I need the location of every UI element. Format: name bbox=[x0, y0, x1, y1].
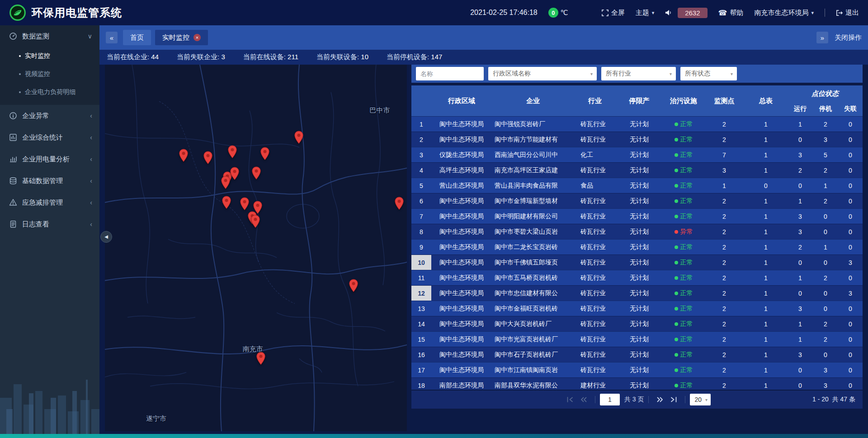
table-row[interactable]: 1阆中生态环境局阆中强锐页岩砖厂砖瓦行业无计划正常21120 bbox=[411, 116, 863, 132]
cell-industry: 砖瓦行业 bbox=[574, 132, 616, 147]
map-pin-icon[interactable] bbox=[203, 151, 213, 165]
map-pin-icon[interactable] bbox=[256, 352, 266, 365]
map-pin-icon[interactable] bbox=[240, 197, 250, 211]
close-icon[interactable]: × bbox=[193, 34, 201, 41]
status-dot-icon bbox=[675, 169, 678, 172]
map-collapse-button[interactable]: ◀ bbox=[100, 231, 112, 243]
cell-lost: 0 bbox=[838, 378, 863, 390]
table-row[interactable]: 2阆中生态环境局阆中市南方节能建材有砖瓦行业无计划正常21030 bbox=[411, 132, 863, 147]
sidebar-menu: 数据监测∨实时监控视频监控企业电力负荷明细企业异常‹企业综合统计‹企业用电量分析… bbox=[0, 25, 99, 235]
tab[interactable]: 首页 bbox=[123, 30, 151, 45]
table-row[interactable]: 7阆中生态环境局阆中明阳建材有限公司砖瓦行业无计划正常21300 bbox=[411, 208, 863, 224]
sidebar-item[interactable]: 企业电力负荷明细 bbox=[0, 83, 99, 101]
status-text: 正常 bbox=[680, 381, 693, 390]
cell-industry: 砖瓦行业 bbox=[574, 117, 616, 132]
map-pin-icon[interactable] bbox=[349, 279, 358, 292]
cell-industry: 砖瓦行业 bbox=[574, 316, 616, 331]
next-page-button[interactable] bbox=[656, 397, 664, 402]
table-row[interactable]: 3仪陇生态环境局西南油气田分公司川中化工无计划正常71350 bbox=[411, 147, 863, 162]
table-row[interactable]: 4高坪生态环境局南充市高坪区王家店建砖瓦行业无计划正常31220 bbox=[411, 162, 863, 178]
table-row[interactable]: 18南部生态环境局南部县双华水泥有限公建材行业无计划正常21030 bbox=[411, 377, 863, 390]
sidebar-section-header[interactable]: 应急减排管理‹ bbox=[0, 192, 99, 213]
last-page-button[interactable] bbox=[670, 397, 677, 402]
cell-meters: 1 bbox=[744, 255, 788, 270]
tabs-scroll-left-button[interactable]: « bbox=[106, 32, 118, 43]
status-text: 正常 bbox=[680, 136, 693, 144]
cell-points: 2 bbox=[704, 209, 744, 224]
map-pin-icon[interactable] bbox=[251, 215, 260, 228]
row-number: 16 bbox=[411, 347, 431, 362]
status-dot-icon bbox=[675, 261, 678, 264]
cell-facility: 正常 bbox=[663, 163, 704, 178]
map-panel[interactable]: 巴中市南充市遂宁市 bbox=[105, 65, 407, 431]
cell-lost: 0 bbox=[838, 301, 863, 316]
cell-lost: 0 bbox=[838, 240, 863, 254]
sidebar-section-header[interactable]: 数据监测∨ bbox=[0, 25, 99, 47]
map-pin-icon[interactable] bbox=[222, 196, 231, 209]
table-row[interactable]: 6阆中生态环境局阆中市金博瑞新型墙材砖瓦行业无计划正常21120 bbox=[411, 193, 863, 208]
page-number-input[interactable] bbox=[600, 394, 620, 405]
region-filter-value: 行政区域名称 bbox=[493, 70, 531, 78]
table-row[interactable]: 17阆中生态环境局阆中市江南镇阆南页岩砖瓦行业无计划正常21030 bbox=[411, 362, 863, 377]
table-row[interactable]: 8阆中生态环境局阆中市枣碧大梁山页岩砖瓦行业无计划异常21300 bbox=[411, 224, 863, 239]
notice-count-badge[interactable]: 2632 bbox=[678, 8, 707, 18]
cell-stop: 0 bbox=[813, 224, 838, 239]
fullscreen-button[interactable]: 全屏 bbox=[602, 9, 625, 17]
map-pin-icon[interactable] bbox=[230, 167, 240, 180]
table-row[interactable]: 12阆中生态环境局阆中市忠信建材有限公砖瓦行业无计划正常21003 bbox=[411, 285, 863, 301]
tabs-scroll-right-button[interactable]: » bbox=[816, 32, 828, 43]
stat-item: 当前停机设备: 147 bbox=[387, 53, 442, 61]
sidebar-section-header[interactable]: 企业用电量分析‹ bbox=[0, 148, 99, 170]
table-row[interactable]: 16阆中生态环境局阆中市石子页岩机砖厂砖瓦行业无计划正常21300 bbox=[411, 347, 863, 362]
sidebar-section-header[interactable]: 日志查看‹ bbox=[0, 213, 99, 235]
announcement-button[interactable] bbox=[665, 9, 672, 16]
theme-dropdown[interactable]: 主题 ▾ bbox=[636, 9, 655, 17]
database-icon bbox=[9, 177, 17, 185]
sidebar-item[interactable]: 实时监控 bbox=[0, 47, 99, 65]
tab[interactable]: 实时监控× bbox=[155, 30, 208, 45]
table-row[interactable]: 15阆中生态环境局阆中市光富页岩机砖厂砖瓦行业无计划正常21120 bbox=[411, 331, 863, 347]
map-pin-icon[interactable] bbox=[221, 176, 230, 189]
table-row[interactable]: 13阆中生态环境局阆中市金福旺页岩机砖砖瓦行业无计划正常21300 bbox=[411, 301, 863, 316]
close-operations-button[interactable]: 关闭操作 bbox=[835, 33, 862, 42]
sidebar-item[interactable]: 视频监控 bbox=[0, 65, 99, 83]
map-pin-icon[interactable] bbox=[251, 166, 261, 180]
status-filter-select[interactable]: 所有状态 ▾ bbox=[680, 67, 737, 80]
org-dropdown[interactable]: 南充市生态环境局 ▾ bbox=[754, 9, 814, 17]
sidebar-section-header[interactable]: 基础数据管理‹ bbox=[0, 170, 99, 192]
app-root: 环保用电监管系统 2021-02-25 17:46:18 0 ℃ 全屏 主题 ▾… bbox=[0, 0, 868, 438]
stat-value: 3 bbox=[221, 53, 225, 61]
sidebar-section-header[interactable]: 企业综合统计‹ bbox=[0, 127, 99, 148]
sidebar-section-header[interactable]: 企业异常‹ bbox=[0, 105, 99, 127]
sidebar-section-label: 日志查看 bbox=[22, 220, 90, 229]
map-pin-icon[interactable] bbox=[394, 197, 404, 210]
map-pin-icon[interactable] bbox=[227, 145, 237, 159]
logout-button[interactable]: 退出 bbox=[836, 9, 859, 17]
table-row[interactable]: 9阆中生态环境局阆中市二龙长宝页岩砖砖瓦行业无计划正常21210 bbox=[411, 239, 863, 254]
name-filter-input[interactable] bbox=[416, 67, 484, 80]
alert-icon bbox=[9, 198, 17, 207]
help-button[interactable]: ☎ 帮助 bbox=[718, 9, 744, 17]
industry-filter-select[interactable]: 所有行业 ▾ bbox=[601, 67, 676, 80]
map-pin-icon[interactable] bbox=[294, 131, 303, 144]
first-page-button[interactable] bbox=[566, 397, 574, 402]
cell-limit: 无计划 bbox=[616, 178, 663, 193]
page-size-select[interactable]: 20 ▾ bbox=[690, 394, 711, 405]
cell-industry: 砖瓦行业 bbox=[574, 332, 616, 347]
cell-lost: 0 bbox=[838, 363, 863, 377]
cell-stop: 0 bbox=[813, 301, 838, 316]
map-pin-icon[interactable] bbox=[179, 149, 188, 162]
table-row[interactable]: 5营山生态环境局营山县润丰肉食品有限食品无计划正常10010 bbox=[411, 178, 863, 193]
cell-lost: 0 bbox=[838, 209, 863, 224]
temperature: 0 ℃ bbox=[548, 8, 568, 18]
bullet-icon bbox=[19, 55, 21, 57]
region-filter-select[interactable]: 行政区域名称 ▾ bbox=[488, 67, 597, 80]
table-row[interactable]: 10阆中生态环境局阆中市千佛镇五郎垭页砖瓦行业无计划正常21003 bbox=[411, 254, 863, 270]
cell-run: 3 bbox=[788, 301, 813, 316]
table-row[interactable]: 11阆中生态环境局阆中市五马桥页岩机砖砖瓦行业无计划正常21120 bbox=[411, 270, 863, 285]
cell-points: 2 bbox=[704, 240, 744, 254]
cell-facility: 正常 bbox=[663, 286, 704, 301]
prev-page-button[interactable] bbox=[580, 397, 587, 402]
table-row[interactable]: 14阆中生态环境局阆中大兴页岩机砖厂砖瓦行业无计划正常21120 bbox=[411, 316, 863, 331]
map-pin-icon[interactable] bbox=[260, 147, 270, 160]
